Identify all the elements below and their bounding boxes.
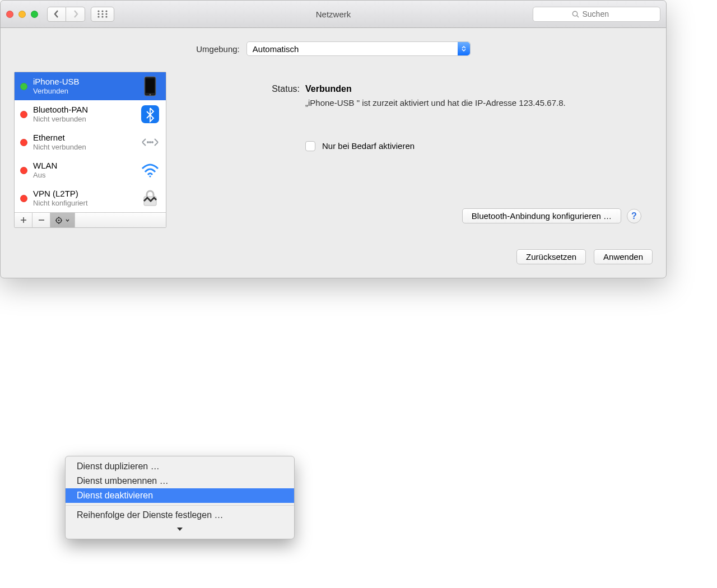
service-item-iphone-usb[interactable]: iPhone-USB Verbunden <box>15 72 166 100</box>
search-field[interactable] <box>533 7 660 22</box>
menu-set-service-order[interactable]: Reihenfolge der Dienste festlegen … <box>66 508 294 522</box>
on-demand-label: Nur bei Bedarf aktivieren <box>322 141 415 151</box>
search-input[interactable] <box>583 10 622 18</box>
on-demand-row: Nur bei Bedarf aktivieren <box>305 141 641 151</box>
service-status: Nicht verbunden <box>33 115 134 124</box>
svg-marker-26 <box>177 528 183 531</box>
wifi-icon <box>140 160 160 180</box>
svg-point-2 <box>105 10 107 12</box>
svg-point-5 <box>105 13 107 15</box>
svg-point-4 <box>101 13 103 15</box>
service-status: Nicht verbunden <box>33 143 134 152</box>
status-description: „iPhone-USB " ist zurzeit aktiviert und … <box>305 97 641 109</box>
service-name: Ethernet <box>33 133 134 143</box>
service-item-bluetooth-pan[interactable]: Bluetooth-PAN Nicht verbunden <box>15 100 166 128</box>
service-name: Bluetooth-PAN <box>33 105 134 115</box>
show-all-button[interactable] <box>91 7 114 22</box>
plus-icon <box>20 217 27 223</box>
configure-bluetooth-button[interactable]: Bluetooth-Anbindung konfigurieren … <box>462 208 621 223</box>
location-row: Umgebung: Automatisch <box>14 41 653 56</box>
menu-separator <box>66 505 294 506</box>
window-footer: Zurücksetzen Anwenden <box>1 239 666 278</box>
svg-point-21 <box>58 220 60 221</box>
svg-point-8 <box>105 16 107 17</box>
menu-more-indicator-icon <box>66 522 294 536</box>
svg-point-3 <box>97 13 99 15</box>
status-dot-disconnected-icon <box>20 167 27 174</box>
on-demand-checkbox[interactable] <box>305 141 315 151</box>
window-controls <box>6 11 38 18</box>
service-status: Nicht konfiguriert <box>33 199 134 208</box>
grid-icon <box>97 10 108 18</box>
service-status: Verbunden <box>33 87 134 96</box>
chevron-down-icon <box>66 219 69 222</box>
status-dot-connected-icon <box>20 83 27 90</box>
help-button[interactable]: ? <box>627 209 641 223</box>
close-window-button[interactable] <box>6 11 13 18</box>
status-dot-disconnected-icon <box>20 195 27 202</box>
sidebar-footer <box>15 212 166 227</box>
minus-icon <box>38 217 45 223</box>
service-status: Aus <box>33 171 134 180</box>
menu-rename-service[interactable]: Dienst umbenennen … <box>66 474 294 488</box>
lock-icon <box>140 188 160 208</box>
status-dot-disconnected-icon <box>20 139 27 146</box>
service-name: WLAN <box>33 161 134 171</box>
apply-button[interactable]: Anwenden <box>594 249 653 264</box>
svg-point-15 <box>147 141 149 143</box>
svg-point-16 <box>149 141 151 143</box>
svg-point-1 <box>101 10 103 12</box>
menu-deactivate-service[interactable]: Dienst deaktivieren <box>66 488 294 503</box>
revert-button[interactable]: Zurücksetzen <box>516 249 586 264</box>
status-label: Status: <box>184 84 300 109</box>
service-item-vpn[interactable]: VPN (L2TP) Nicht konfiguriert <box>15 184 166 212</box>
service-actions-button[interactable] <box>50 213 75 227</box>
service-detail: Status: Verbunden „iPhone-USB " ist zurz… <box>173 72 653 228</box>
titlebar: Netzwerk <box>1 1 666 28</box>
bluetooth-icon <box>140 104 160 124</box>
svg-point-13 <box>150 94 151 96</box>
status-value: Verbunden <box>305 84 641 94</box>
network-prefs-window: Netzwerk Umgebung: Automatisch <box>0 0 667 278</box>
ethernet-icon <box>140 132 160 152</box>
svg-point-7 <box>101 16 103 17</box>
status-dot-disconnected-icon <box>20 111 27 118</box>
svg-line-10 <box>576 15 579 17</box>
gear-icon <box>55 216 64 225</box>
svg-point-0 <box>97 10 99 12</box>
service-item-wlan[interactable]: WLAN Aus <box>15 156 166 184</box>
svg-point-6 <box>97 16 99 17</box>
service-name: iPhone-USB <box>33 77 134 87</box>
zoom-window-button[interactable] <box>31 11 38 18</box>
svg-rect-12 <box>146 78 155 93</box>
remove-service-button[interactable] <box>32 213 50 227</box>
svg-point-9 <box>572 11 577 16</box>
forward-button[interactable] <box>66 7 85 22</box>
service-actions-menu: Dienst duplizieren … Dienst umbenennen …… <box>65 456 295 539</box>
location-value: Automatisch <box>253 44 299 54</box>
service-list: iPhone-USB Verbunden Bluetooth-PAN Nicht… <box>15 72 166 212</box>
service-sidebar: iPhone-USB Verbunden Bluetooth-PAN Nicht… <box>14 72 166 228</box>
svg-point-18 <box>149 175 151 177</box>
menu-duplicate-service[interactable]: Dienst duplizieren … <box>66 459 294 474</box>
minimize-window-button[interactable] <box>18 11 26 18</box>
service-name: VPN (L2TP) <box>33 189 134 199</box>
location-select[interactable]: Automatisch <box>246 41 471 56</box>
service-item-ethernet[interactable]: Ethernet Nicht verbunden <box>15 128 166 156</box>
nav-back-forward <box>47 7 85 22</box>
add-service-button[interactable] <box>15 213 32 227</box>
svg-point-17 <box>151 141 153 143</box>
location-label: Umgebung: <box>196 44 240 54</box>
iphone-icon <box>140 76 160 96</box>
select-stepper-icon <box>458 42 470 55</box>
back-button[interactable] <box>47 7 66 22</box>
search-icon <box>572 11 579 18</box>
